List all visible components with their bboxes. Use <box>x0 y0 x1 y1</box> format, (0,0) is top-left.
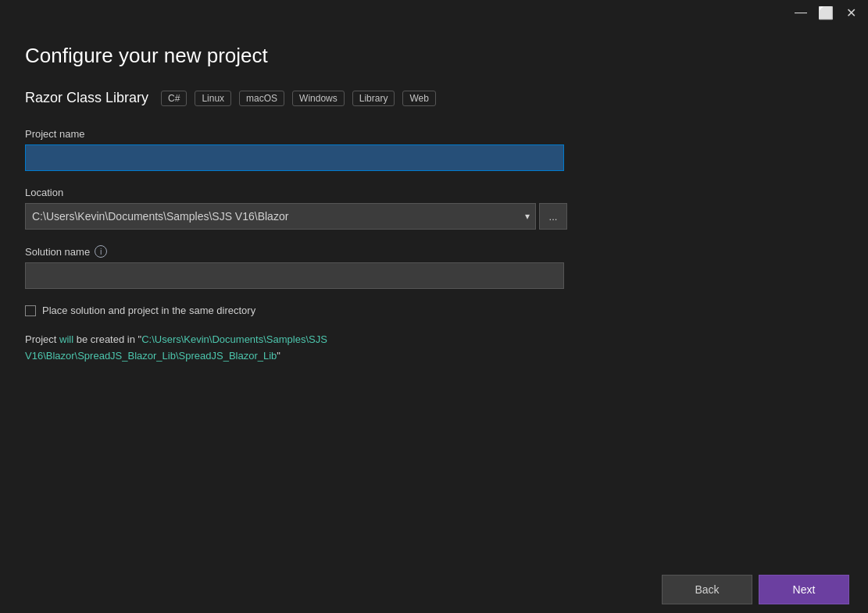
same-directory-checkbox[interactable] <box>25 305 36 316</box>
tag-csharp: C# <box>161 91 187 106</box>
path-info-prefix: Project <box>25 333 59 345</box>
tag-web: Web <box>402 91 435 106</box>
close-button[interactable]: ✕ <box>840 2 862 23</box>
location-select-wrapper[interactable]: C:\Users\Kevin\Documents\Samples\SJS V16… <box>25 203 536 230</box>
tag-library: Library <box>352 91 395 106</box>
location-select[interactable]: C:\Users\Kevin\Documents\Samples\SJS V16… <box>25 203 536 230</box>
project-type-row: Razor Class Library C# Linux macOS Windo… <box>25 90 843 106</box>
back-button[interactable]: Back <box>662 575 752 604</box>
restore-button[interactable]: ⬜ <box>815 2 837 23</box>
same-directory-label: Place solution and project in the same d… <box>42 305 255 316</box>
project-type-name: Razor Class Library <box>25 90 148 106</box>
project-path-info: Project will be created in "C:\Users\Kev… <box>25 332 572 365</box>
tag-windows: Windows <box>292 91 345 106</box>
tag-linux: Linux <box>195 91 231 106</box>
title-bar: — ⬜ ✕ <box>0 0 868 25</box>
solution-name-info-icon: i <box>95 245 107 258</box>
minimize-button[interactable]: — <box>790 2 812 23</box>
solution-name-section: Solution name i <box>25 245 843 289</box>
path-info-suffix: " <box>277 350 280 362</box>
location-section: Location C:\Users\Kevin\Documents\Sample… <box>25 187 843 230</box>
solution-name-input[interactable] <box>25 262 564 289</box>
project-name-section: Project name <box>25 128 843 171</box>
path-info-middle: be created in " <box>73 333 141 345</box>
bottom-bar: Back Next <box>0 566 868 613</box>
project-name-label: Project name <box>25 128 843 140</box>
solution-name-label-row: Solution name i <box>25 245 843 258</box>
browse-button[interactable]: ... <box>539 203 567 230</box>
solution-name-label: Solution name <box>25 246 90 258</box>
path-info-will: will <box>59 333 73 345</box>
next-button[interactable]: Next <box>759 575 849 604</box>
project-name-input[interactable] <box>25 144 564 171</box>
tag-macos: macOS <box>239 91 284 106</box>
page-title: Configure your new project <box>25 44 843 68</box>
main-content: Configure your new project Razor Class L… <box>0 25 868 383</box>
same-directory-row: Place solution and project in the same d… <box>25 305 843 316</box>
location-row: C:\Users\Kevin\Documents\Samples\SJS V16… <box>25 203 843 230</box>
location-label: Location <box>25 187 843 198</box>
